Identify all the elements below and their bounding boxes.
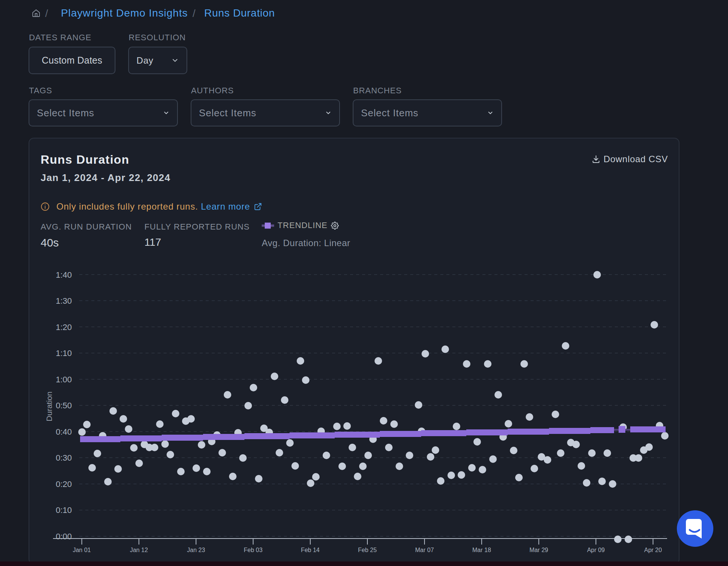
- svg-text:1:10: 1:10: [56, 348, 72, 358]
- svg-text:Apr 20: Apr 20: [644, 547, 662, 553]
- svg-text:Mar 29: Mar 29: [529, 547, 548, 553]
- svg-text:Jan 01: Jan 01: [73, 547, 91, 553]
- svg-text:0:20: 0:20: [56, 479, 72, 489]
- svg-text:0:40: 0:40: [56, 427, 72, 437]
- svg-text:Jan 12: Jan 12: [130, 547, 148, 553]
- svg-text:Feb 03: Feb 03: [244, 547, 262, 553]
- svg-text:1:30: 1:30: [56, 296, 72, 306]
- svg-text:Feb 14: Feb 14: [301, 547, 320, 553]
- svg-text:Mar 18: Mar 18: [472, 547, 491, 553]
- svg-text:0:00: 0:00: [56, 532, 72, 541]
- svg-text:1:00: 1:00: [56, 375, 72, 384]
- svg-text:Feb 25: Feb 25: [358, 547, 377, 553]
- svg-text:0:10: 0:10: [56, 505, 72, 515]
- svg-text:Jan 23: Jan 23: [187, 547, 205, 553]
- svg-text:Mar 07: Mar 07: [415, 547, 434, 553]
- svg-text:0:30: 0:30: [56, 453, 72, 463]
- svg-text:1:40: 1:40: [56, 270, 72, 280]
- svg-text:0:50: 0:50: [56, 401, 72, 410]
- svg-text:Apr 09: Apr 09: [587, 547, 605, 553]
- svg-text:Duration: Duration: [45, 391, 53, 421]
- svg-text:1:20: 1:20: [56, 323, 72, 332]
